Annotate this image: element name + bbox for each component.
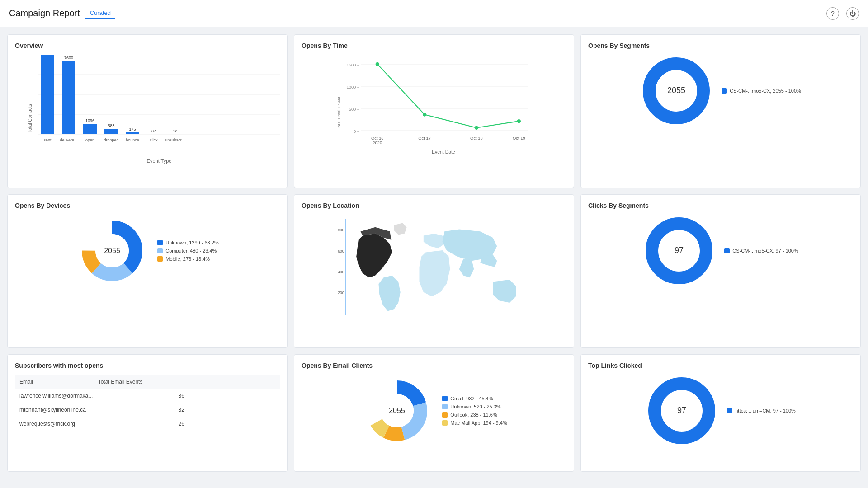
svg-text:600: 600 <box>338 249 344 253</box>
opens-by-location-card: Opens By Location 800 600 400 200 <box>294 194 574 348</box>
legend-label-unknown: Unknown, 1299 - 63.2% <box>165 240 218 245</box>
svg-text:500 -: 500 - <box>349 107 359 112</box>
opens-by-location-title: Opens By Location <box>302 202 566 209</box>
clicks-by-segments-title: Clicks By Segments <box>588 202 853 209</box>
segments-legend: CS-CM-...mo5-CX, 2055 - 100% <box>722 88 801 94</box>
legend-item-unknown-ec: Unknown, 520 - 25.3% <box>442 404 507 409</box>
svg-text:37: 37 <box>151 129 156 133</box>
subscribers-table-wrapper: Email Total Email Events lawrence.willia… <box>15 375 280 431</box>
map-container: 800 600 400 200 <box>302 215 566 332</box>
opens-by-devices-donut: 2055 Unknown, 1299 - 63.2% Computer, 480… <box>15 215 280 287</box>
svg-rect-14 <box>83 124 97 134</box>
svg-text:0 -: 0 - <box>354 129 359 134</box>
svg-text:7600: 7600 <box>64 56 73 60</box>
email-cell: mtennant@skylineonline.ca <box>15 403 174 417</box>
legend-color-mobile <box>157 256 163 262</box>
legend-color-computer <box>157 248 163 253</box>
opens-by-segments-card: Opens By Segments 2055 CS-CM-...mo5-CX, … <box>580 34 861 188</box>
y-axis-title: Total Contacts <box>28 104 33 132</box>
svg-text:sent: sent <box>43 138 52 142</box>
legend-label-computer: Computer, 480 - 23.4% <box>165 248 217 253</box>
power-icon[interactable]: ⏻ <box>846 7 859 20</box>
table-row: mtennant@skylineonline.ca32 <box>15 403 280 417</box>
main-grid: Overview Total Contacts 8,000 6,000 4,00… <box>0 27 868 479</box>
opens-by-time-title: Opens By Time <box>302 42 566 49</box>
legend-label-unknown-ec: Unknown, 520 - 25.3% <box>450 404 500 409</box>
page-title: Campaign Report <box>9 8 80 19</box>
email-cell: webrequests@frick.org <box>15 417 174 431</box>
events-cell: 32 <box>174 403 280 417</box>
events-col-header: Total Email Events <box>94 375 280 389</box>
svg-text:200: 200 <box>338 291 344 295</box>
svg-text:delivere...: delivere... <box>60 138 77 142</box>
legend-color-unknown <box>157 240 163 245</box>
legend-item-computer: Computer, 480 - 23.4% <box>157 248 218 253</box>
line-chart-svg: Total Email Event... 1500 - 1000 - 500 -… <box>302 55 566 163</box>
opens-by-devices-title: Opens By Devices <box>15 202 280 209</box>
svg-point-42 <box>475 126 478 130</box>
legend-item-top-link: https:...ium=CM, 97 - 100% <box>727 408 796 413</box>
overview-title: Overview <box>15 42 280 49</box>
svg-text:Event Date: Event Date <box>432 150 455 155</box>
top-links-clicked-title: Top Links Clicked <box>588 362 853 369</box>
legend-item-outlook: Outlook, 238 - 11.6% <box>442 412 507 418</box>
email-clients-donut-svg: 2055 <box>361 375 433 447</box>
legend-label: CS-CM-...mo5-CX, 2055 - 100% <box>730 88 801 94</box>
legend-item-macmail: Mac Mail App, 194 - 9.4% <box>442 420 507 426</box>
world-map-svg: 800 600 400 200 <box>302 215 566 332</box>
svg-text:Oct 17: Oct 17 <box>418 136 431 141</box>
legend-item-mobile: Mobile, 276 - 13.4% <box>157 256 218 262</box>
email-clients-legend: Gmail, 932 - 45.4% Unknown, 520 - 25.3% … <box>442 396 507 426</box>
svg-rect-20 <box>147 134 160 134</box>
curated-tab[interactable]: Curated <box>85 8 115 19</box>
opens-by-email-clients-card: Opens By Email Clients 2055 Gmail, 932 -… <box>294 354 574 472</box>
devices-legend: Unknown, 1299 - 63.2% Computer, 480 - 23… <box>157 240 218 262</box>
svg-text:583: 583 <box>108 123 114 128</box>
opens-by-devices-card: Opens By Devices 2055 Unknown, 1299 - 63… <box>7 194 288 348</box>
segments-donut-svg: 2055 <box>640 55 712 127</box>
overview-chart: Total Contacts 8,000 6,000 4,000 2,000 0 <box>15 55 280 172</box>
opens-by-segments-donut: 2055 CS-CM-...mo5-CX, 2055 - 100% <box>588 55 853 127</box>
legend-label-mobile: Mobile, 276 - 13.4% <box>165 256 210 262</box>
subscribers-scroll[interactable]: lawrence.williams@dormaka...36mtennant@s… <box>15 389 280 431</box>
legend-label-clicks: CS-CM-...mo5-CX, 97 - 100% <box>732 248 798 253</box>
svg-text:dropped: dropped <box>104 138 118 142</box>
svg-text:175: 175 <box>129 127 136 131</box>
svg-point-43 <box>517 119 521 123</box>
svg-text:Oct 16: Oct 16 <box>371 136 384 141</box>
svg-text:open: open <box>85 138 94 142</box>
svg-text:800: 800 <box>338 228 344 232</box>
svg-text:1500 -: 1500 - <box>346 62 359 67</box>
subscribers-table: Email Total Email Events <box>15 375 280 389</box>
svg-text:1000 -: 1000 - <box>346 84 359 89</box>
svg-text:97: 97 <box>677 406 686 415</box>
legend-color-unknown-ec <box>442 404 448 409</box>
subscribers-data-table: lawrence.williams@dormaka...36mtennant@s… <box>15 389 280 431</box>
legend-color-gmail <box>442 396 448 401</box>
opens-by-segments-title: Opens By Segments <box>588 42 853 49</box>
x-axis-title: Event Type <box>38 158 280 164</box>
svg-text:Oct 18: Oct 18 <box>470 136 483 141</box>
clicks-segments-legend: CS-CM-...mo5-CX, 97 - 100% <box>724 248 798 253</box>
legend-item: CS-CM-...mo5-CX, 2055 - 100% <box>722 88 801 94</box>
svg-text:click: click <box>150 138 158 142</box>
email-clients-donut-section: 2055 Gmail, 932 - 45.4% Unknown, 520 - 2… <box>302 375 566 447</box>
legend-item-unknown: Unknown, 1299 - 63.2% <box>157 240 218 245</box>
svg-rect-22 <box>168 134 182 135</box>
events-cell: 36 <box>174 389 280 403</box>
help-icon[interactable]: ? <box>826 7 839 20</box>
legend-item-gmail: Gmail, 932 - 45.4% <box>442 396 507 401</box>
events-cell: 26 <box>174 417 280 431</box>
svg-point-40 <box>376 62 379 66</box>
svg-text:unsubscr...: unsubscr... <box>165 138 185 142</box>
svg-text:2055: 2055 <box>667 86 685 95</box>
svg-rect-16 <box>104 129 118 134</box>
svg-rect-12 <box>62 61 75 134</box>
svg-text:1096: 1096 <box>85 118 94 123</box>
svg-text:Total Email Event...: Total Email Event... <box>336 93 341 129</box>
svg-text:2055: 2055 <box>389 407 406 414</box>
subscribers-card: Subscribers with most opens Email Total … <box>7 354 288 472</box>
overview-card: Overview Total Contacts 8,000 6,000 4,00… <box>7 34 288 188</box>
table-row: webrequests@frick.org26 <box>15 417 280 431</box>
clicks-by-segments-card: Clicks By Segments 97 CS-CM-...mo5-CX, 9… <box>580 194 861 348</box>
